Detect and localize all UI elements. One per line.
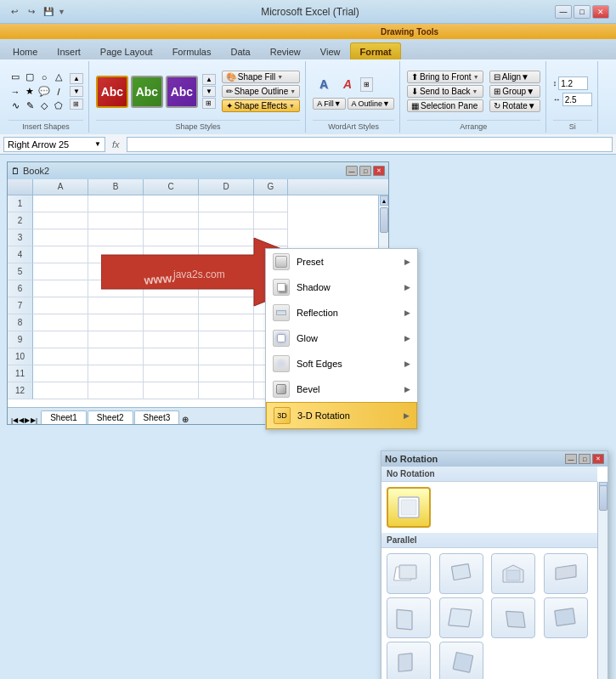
sheet-prev-button[interactable]: ◀ bbox=[19, 416, 24, 424]
cell-b2[interactable] bbox=[88, 212, 144, 229]
cell-a2[interactable] bbox=[33, 212, 88, 229]
text-outline-button[interactable]: A Outline▼ bbox=[348, 98, 394, 110]
cell-a7[interactable] bbox=[33, 297, 88, 314]
triangle-icon[interactable]: △ bbox=[52, 71, 65, 84]
cell-c1[interactable] bbox=[144, 195, 199, 212]
send-to-back-button[interactable]: ⬇ Send to Back ▼ bbox=[407, 85, 483, 98]
cell-d12[interactable] bbox=[199, 382, 254, 399]
height-input[interactable]: 1.2 bbox=[558, 76, 588, 90]
excel-restore[interactable]: □ bbox=[359, 166, 371, 176]
row-5[interactable]: 5 bbox=[8, 263, 33, 280]
shape-style-green-button[interactable]: Abc bbox=[131, 76, 163, 108]
excel-close[interactable]: ✕ bbox=[373, 166, 385, 176]
parallel-btn-5[interactable] bbox=[387, 597, 431, 638]
parallel-btn-4[interactable] bbox=[544, 553, 588, 594]
parallel-btn-9[interactable] bbox=[387, 642, 431, 679]
panel-restore[interactable]: □ bbox=[579, 454, 591, 464]
cell-a8[interactable] bbox=[33, 314, 88, 331]
cell-d1[interactable] bbox=[199, 195, 254, 212]
parallel-btn-1[interactable] bbox=[387, 553, 431, 594]
align-button[interactable]: ⊟ Align▼ bbox=[489, 71, 540, 83]
shape-outline-button[interactable]: ✏ Shape Outline ▼ bbox=[222, 85, 300, 98]
cell-a6[interactable] bbox=[33, 280, 88, 297]
cell-a4[interactable] bbox=[33, 246, 88, 263]
shape-effects-button[interactable]: ✦ Shape Effects ▼ bbox=[222, 99, 300, 112]
cell-d11[interactable] bbox=[199, 365, 254, 382]
cell-a9[interactable] bbox=[33, 331, 88, 348]
cell-d2[interactable] bbox=[199, 212, 254, 229]
cell-d10[interactable] bbox=[199, 348, 254, 365]
parallel-btn-3[interactable] bbox=[491, 553, 535, 594]
tab-insert[interactable]: Insert bbox=[48, 42, 90, 59]
star-icon[interactable]: ★ bbox=[23, 85, 37, 99]
cell-g2[interactable] bbox=[254, 212, 288, 229]
tab-review[interactable]: Review bbox=[261, 42, 310, 59]
cell-a11[interactable] bbox=[33, 365, 88, 382]
shape-style-purple-button[interactable]: Abc bbox=[166, 76, 198, 108]
cell-d8[interactable] bbox=[199, 314, 254, 331]
tab-home[interactable]: Home bbox=[3, 42, 47, 59]
maximize-button[interactable]: □ bbox=[574, 5, 591, 19]
cell-b1[interactable] bbox=[88, 195, 144, 212]
selection-pane-button[interactable]: ▦ Selection Pane bbox=[407, 99, 483, 112]
menu-item-3d-rotation[interactable]: 3D 3-D Rotation ▶ bbox=[266, 402, 417, 429]
redo-button[interactable]: ↪ bbox=[24, 4, 39, 20]
col-b[interactable]: B bbox=[88, 179, 144, 195]
cell-a3[interactable] bbox=[33, 229, 88, 246]
cell-a5[interactable] bbox=[33, 263, 88, 280]
cell-c11[interactable] bbox=[144, 365, 199, 382]
cell-g1[interactable] bbox=[254, 195, 288, 212]
col-a[interactable]: A bbox=[33, 179, 88, 195]
tab-format[interactable]: Format bbox=[350, 42, 400, 59]
no-rotation-button[interactable] bbox=[387, 487, 431, 528]
shape-more[interactable]: ⊞ bbox=[70, 99, 83, 110]
cell-c9[interactable] bbox=[144, 331, 199, 348]
col-d[interactable]: D bbox=[199, 179, 254, 195]
row-9[interactable]: 9 bbox=[8, 331, 33, 348]
parallel-btn-2[interactable] bbox=[439, 553, 483, 594]
sheet-next-button[interactable]: ▶ bbox=[25, 416, 30, 424]
wordart-style-1[interactable]: A bbox=[313, 73, 335, 95]
scroll-up-arrow[interactable]: ▲ bbox=[380, 195, 388, 206]
shape-fill-button[interactable]: 🎨 Shape Fill ▼ bbox=[222, 71, 300, 83]
pentagon-icon[interactable]: ⬠ bbox=[52, 99, 65, 113]
shape-scroll-up[interactable]: ▲ bbox=[70, 73, 83, 84]
freeform-icon[interactable]: ✎ bbox=[23, 99, 37, 113]
line-icon[interactable]: / bbox=[52, 85, 65, 99]
cell-b12[interactable] bbox=[88, 382, 144, 399]
insert-sheet-button[interactable]: ⊕ bbox=[182, 415, 189, 424]
style-scroll-up[interactable]: ▲ bbox=[202, 74, 216, 85]
cell-d9[interactable] bbox=[199, 331, 254, 348]
shape-style-red-button[interactable]: Abc bbox=[96, 76, 128, 108]
row-8[interactable]: 8 bbox=[8, 314, 33, 331]
row-6[interactable]: 6 bbox=[8, 280, 33, 297]
scroll-thumb[interactable] bbox=[380, 207, 388, 233]
cell-b10[interactable] bbox=[88, 348, 144, 365]
callout-icon[interactable]: 💬 bbox=[37, 85, 51, 99]
cell-c2[interactable] bbox=[144, 212, 199, 229]
menu-item-soft-edges[interactable]: Soft Edges ▶ bbox=[266, 351, 417, 376]
row-10[interactable]: 10 bbox=[8, 348, 33, 365]
tab-view[interactable]: View bbox=[311, 42, 350, 59]
style-scroll-down[interactable]: ▼ bbox=[202, 86, 216, 97]
menu-item-shadow[interactable]: Shadow ▶ bbox=[266, 274, 417, 300]
wordart-style-2[interactable]: A bbox=[336, 73, 359, 95]
undo-button[interactable]: ↩ bbox=[7, 4, 22, 20]
diamond-icon[interactable]: ◇ bbox=[37, 99, 51, 113]
panel-minimize[interactable]: — bbox=[565, 454, 577, 464]
style-more[interactable]: ⊞ bbox=[202, 98, 216, 109]
text-fill-button[interactable]: A Fill▼ bbox=[313, 98, 345, 110]
menu-item-preset[interactable]: Preset ▶ bbox=[266, 249, 417, 274]
bring-to-front-button[interactable]: ⬆ Bring to Front ▼ bbox=[407, 71, 483, 83]
oval-icon[interactable]: ○ bbox=[37, 71, 51, 84]
cell-c12[interactable] bbox=[144, 382, 199, 399]
dropdown-indicator[interactable]: ▼ bbox=[58, 8, 65, 16]
menu-item-glow[interactable]: Glow ▶ bbox=[266, 325, 417, 351]
group-button[interactable]: ⊞ Group▼ bbox=[489, 85, 540, 98]
arrow-icon[interactable]: → bbox=[8, 85, 22, 99]
cell-b9[interactable] bbox=[88, 331, 144, 348]
tab-page-layout[interactable]: Page Layout bbox=[91, 42, 162, 59]
panel-scrollbar[interactable]: ▲ ▼ bbox=[597, 482, 608, 679]
cell-c10[interactable] bbox=[144, 348, 199, 365]
shape-scroll-down[interactable]: ▼ bbox=[70, 86, 83, 97]
